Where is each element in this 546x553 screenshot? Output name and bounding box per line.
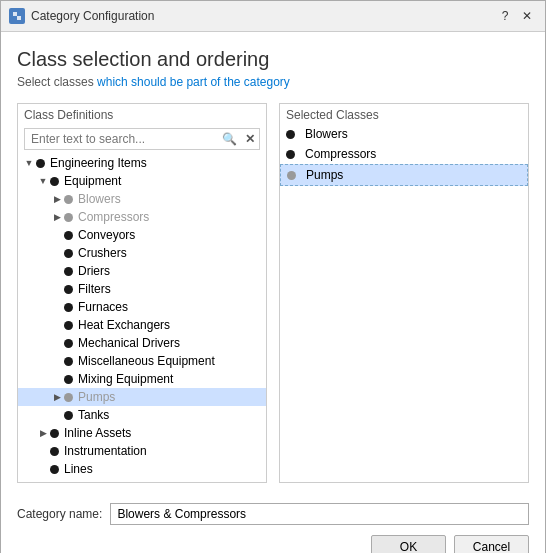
dot-compressors xyxy=(64,213,73,222)
expand-arrow-mixing-equipment xyxy=(50,372,64,386)
tree-label-lines: Lines xyxy=(64,462,93,476)
tree-label-engineering-items: Engineering Items xyxy=(50,156,147,170)
selected-item-1[interactable]: Compressors xyxy=(280,144,528,164)
dot-inline-assets xyxy=(50,429,59,438)
expand-arrow-equipment[interactable]: ▼ xyxy=(36,174,50,188)
tree-item-mixing-equipment[interactable]: Mixing Equipment xyxy=(18,370,266,388)
bottom-section: Category name: OK Cancel xyxy=(1,495,545,553)
tree-label-instrumentation: Instrumentation xyxy=(64,444,147,458)
expand-arrow-mechanical-drivers xyxy=(50,336,64,350)
tree-item-engineering-items[interactable]: ▼Engineering Items xyxy=(18,154,266,172)
tree-item-filters[interactable]: Filters xyxy=(18,280,266,298)
selected-label-0: Blowers xyxy=(305,127,348,141)
search-clear-button[interactable]: ✕ xyxy=(241,130,259,148)
tree-item-crushers[interactable]: Crushers xyxy=(18,244,266,262)
expand-arrow-compressors[interactable]: ▶ xyxy=(50,210,64,224)
dot-mechanical-drivers xyxy=(64,339,73,348)
tree-item-lines[interactable]: Lines xyxy=(18,460,266,478)
dot-engineering-items xyxy=(36,159,45,168)
window: Category Configuration ? ✕ Class selecti… xyxy=(0,0,546,553)
expand-arrow-crushers xyxy=(50,246,64,260)
svg-rect-1 xyxy=(17,16,21,20)
tree-label-driers: Driers xyxy=(78,264,110,278)
tree-label-equipment: Equipment xyxy=(64,174,121,188)
window-icon xyxy=(9,8,25,24)
dot-conveyors xyxy=(64,231,73,240)
tree-item-inline-assets[interactable]: ▶Inline Assets xyxy=(18,424,266,442)
tree-label-inline-assets: Inline Assets xyxy=(64,426,131,440)
tree-label-compressors: Compressors xyxy=(78,210,149,224)
expand-arrow-furnaces xyxy=(50,300,64,314)
dot-crushers xyxy=(64,249,73,258)
tree-item-instrumentation[interactable]: Instrumentation xyxy=(18,442,266,460)
help-button[interactable]: ? xyxy=(495,7,515,25)
expand-arrow-engineering-items[interactable]: ▼ xyxy=(22,156,36,170)
svg-rect-0 xyxy=(13,12,17,16)
selected-dot-2 xyxy=(287,171,296,180)
tree-label-pumps: Pumps xyxy=(78,390,115,404)
tree-item-compressors[interactable]: ▶Compressors xyxy=(18,208,266,226)
content-area: Class selection and ordering Select clas… xyxy=(1,32,545,495)
expand-arrow-inline-assets[interactable]: ▶ xyxy=(36,426,50,440)
dot-pumps xyxy=(64,393,73,402)
tree-item-heat-exchangers[interactable]: Heat Exchangers xyxy=(18,316,266,334)
titlebar-buttons: ? ✕ xyxy=(495,7,537,25)
panels-container: Class Definitions 🔍 ✕ ▼Engineering Items… xyxy=(17,103,529,483)
expand-arrow-pumps[interactable]: ▶ xyxy=(50,390,64,404)
tree-label-conveyors: Conveyors xyxy=(78,228,135,242)
expand-arrow-instrumentation xyxy=(36,444,50,458)
subtitle: Select classes which should be part of t… xyxy=(17,75,529,89)
selected-classes-panel: Selected Classes BlowersCompressorsPumps xyxy=(279,103,529,483)
cancel-button[interactable]: Cancel xyxy=(454,535,529,553)
selected-label-1: Compressors xyxy=(305,147,376,161)
close-button[interactable]: ✕ xyxy=(517,7,537,25)
tree-label-mechanical-drivers: Mechanical Drivers xyxy=(78,336,180,350)
right-panel-label: Selected Classes xyxy=(280,104,528,124)
category-name-input[interactable] xyxy=(110,503,529,525)
expand-arrow-blowers[interactable]: ▶ xyxy=(50,192,64,206)
category-name-row: Category name: xyxy=(17,503,529,525)
ok-button[interactable]: OK xyxy=(371,535,446,553)
left-panel-label: Class Definitions xyxy=(18,104,266,124)
tree-label-furnaces: Furnaces xyxy=(78,300,128,314)
tree-label-mixing-equipment: Mixing Equipment xyxy=(78,372,173,386)
search-box: 🔍 ✕ xyxy=(24,128,260,150)
button-row: OK Cancel xyxy=(17,535,529,553)
class-definitions-panel: Class Definitions 🔍 ✕ ▼Engineering Items… xyxy=(17,103,267,483)
tree-item-tanks[interactable]: Tanks xyxy=(18,406,266,424)
tree-item-mechanical-drivers[interactable]: Mechanical Drivers xyxy=(18,334,266,352)
selected-dot-1 xyxy=(286,150,295,159)
tree-item-driers[interactable]: Driers xyxy=(18,262,266,280)
dot-tanks xyxy=(64,411,73,420)
expand-arrow-lines xyxy=(36,462,50,476)
selected-item-0[interactable]: Blowers xyxy=(280,124,528,144)
selected-label-2: Pumps xyxy=(306,168,343,182)
subtitle-link[interactable]: which should be part of the category xyxy=(97,75,290,89)
page-title: Class selection and ordering xyxy=(17,48,529,71)
tree-item-blowers[interactable]: ▶Blowers xyxy=(18,190,266,208)
tree-label-filters: Filters xyxy=(78,282,111,296)
tree-item-equipment[interactable]: ▼Equipment xyxy=(18,172,266,190)
expand-arrow-heat-exchangers xyxy=(50,318,64,332)
tree-label-heat-exchangers: Heat Exchangers xyxy=(78,318,170,332)
selected-item-2[interactable]: Pumps xyxy=(280,164,528,186)
tree-item-furnaces[interactable]: Furnaces xyxy=(18,298,266,316)
window-title: Category Configuration xyxy=(31,9,489,23)
dot-heat-exchangers xyxy=(64,321,73,330)
expand-arrow-tanks xyxy=(50,408,64,422)
tree-item-conveyors[interactable]: Conveyors xyxy=(18,226,266,244)
search-icon-button[interactable]: 🔍 xyxy=(218,130,241,148)
tree-item-miscellaneous-equipment[interactable]: Miscellaneous Equipment xyxy=(18,352,266,370)
dot-filters xyxy=(64,285,73,294)
tree-label-blowers: Blowers xyxy=(78,192,121,206)
dot-instrumentation xyxy=(50,447,59,456)
tree-item-pumps[interactable]: ▶Pumps xyxy=(18,388,266,406)
expand-arrow-filters xyxy=(50,282,64,296)
category-name-label: Category name: xyxy=(17,507,102,521)
search-input[interactable] xyxy=(25,129,218,149)
expand-arrow-driers xyxy=(50,264,64,278)
dot-furnaces xyxy=(64,303,73,312)
dot-blowers xyxy=(64,195,73,204)
dot-miscellaneous-equipment xyxy=(64,357,73,366)
class-tree: ▼Engineering Items▼Equipment▶Blowers▶Com… xyxy=(18,154,266,482)
